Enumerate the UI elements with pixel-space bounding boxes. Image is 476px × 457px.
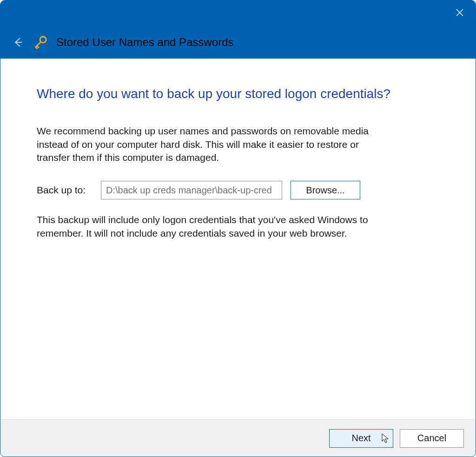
svg-line-6 bbox=[37, 46, 39, 48]
backup-path-input[interactable] bbox=[101, 181, 282, 199]
svg-line-7 bbox=[36, 47, 37, 48]
next-button-label: Next bbox=[351, 433, 370, 444]
cursor-icon bbox=[381, 433, 390, 444]
footer-bar: Next Cancel bbox=[1, 419, 475, 457]
content-area: Where do you want to back up your stored… bbox=[0, 59, 476, 419]
backup-path-row: Back up to: Browse... bbox=[37, 181, 441, 199]
titlebar bbox=[0, 0, 476, 26]
back-button[interactable] bbox=[11, 35, 25, 49]
page-heading: Where do you want to back up your stored… bbox=[37, 86, 441, 102]
header-bar: Stored User Names and Passwords bbox=[0, 26, 476, 59]
key-icon bbox=[33, 35, 48, 50]
note-text: This backup will include only logon cred… bbox=[37, 213, 381, 240]
close-button[interactable] bbox=[453, 6, 466, 19]
header-title: Stored User Names and Passwords bbox=[56, 36, 234, 49]
next-button[interactable]: Next bbox=[329, 429, 393, 448]
description-text: We recommend backing up user names and p… bbox=[37, 125, 381, 164]
svg-point-4 bbox=[43, 38, 45, 40]
close-icon bbox=[456, 8, 464, 17]
back-arrow-icon bbox=[12, 36, 24, 48]
browse-button[interactable]: Browse... bbox=[291, 181, 360, 199]
backup-path-label: Back up to: bbox=[37, 185, 93, 196]
cancel-button[interactable]: Cancel bbox=[400, 429, 464, 448]
